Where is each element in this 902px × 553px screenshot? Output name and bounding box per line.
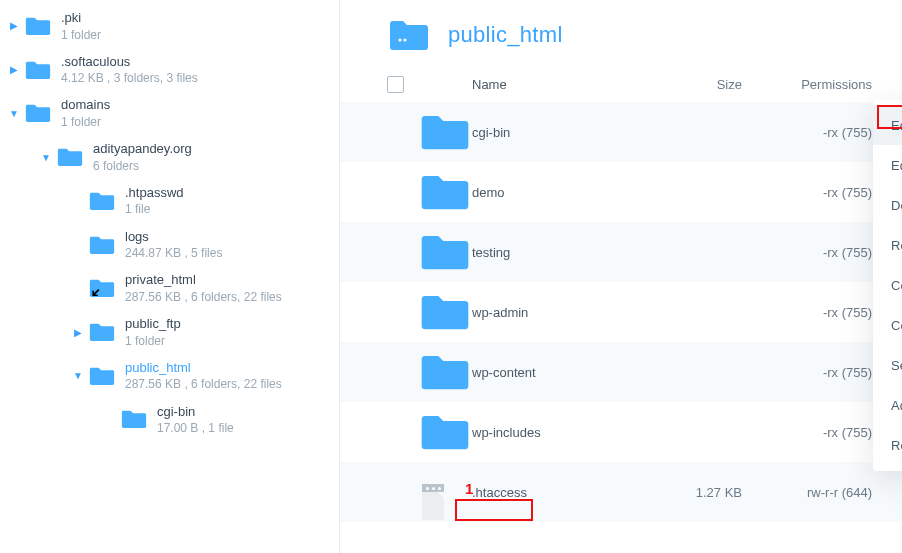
folder-icon — [89, 277, 115, 299]
tree-item-meta: 244.87 KB , 5 files — [125, 245, 222, 261]
tree-item-meta: 287.56 KB , 6 folders, 22 files — [125, 376, 282, 392]
table-row[interactable]: cgi-bin-rx (755) — [340, 102, 902, 162]
tree-item-name: adityapandey.org — [93, 140, 192, 158]
main-panel: public_html Name Size Permissions cgi-bi… — [340, 0, 902, 553]
table-row[interactable]: wp-content-rx (755) — [340, 342, 902, 402]
file-perm: -rx (755) — [742, 125, 882, 140]
expand-toggle-icon[interactable]: ▶ — [10, 66, 18, 74]
context-menu-item[interactable]: Set Permissions — [873, 345, 902, 385]
tree-item[interactable]: .htpasswd1 file — [0, 179, 339, 223]
file-name[interactable]: wp-content — [470, 365, 622, 380]
file-name[interactable]: .htaccess — [470, 485, 622, 500]
file-perm: rw-r-r (644) — [742, 485, 882, 500]
col-header-size[interactable]: Size — [622, 77, 742, 92]
tree-item[interactable]: logs244.87 KB , 5 files — [0, 223, 339, 267]
breadcrumb-title: public_html — [448, 22, 563, 48]
svg-point-1 — [403, 38, 406, 41]
expand-toggle-icon[interactable]: ▼ — [10, 109, 18, 117]
tree-item[interactable]: private_html287.56 KB , 6 folders, 22 fi… — [0, 266, 339, 310]
file-name[interactable]: wp-includes — [470, 425, 622, 440]
folder-tree: ▶.pki1 folder▶.softaculous4.12 KB , 3 fo… — [0, 4, 339, 441]
tree-item-meta: 1 folder — [61, 27, 101, 43]
col-header-name[interactable]: Name — [470, 77, 622, 92]
context-menu-item[interactable]: Copy — [873, 265, 902, 305]
tree-item-meta: 287.56 KB , 6 folders, 22 files — [125, 289, 282, 305]
file-name[interactable]: wp-admin — [470, 305, 622, 320]
select-all-checkbox[interactable] — [387, 76, 404, 93]
file-perm: -rx (755) — [742, 245, 882, 260]
expand-toggle-icon[interactable]: ▼ — [42, 153, 50, 161]
tree-item-meta: 1 folder — [61, 114, 110, 130]
folder-icon — [420, 291, 470, 333]
tree-item[interactable]: ▶.pki1 folder — [0, 4, 339, 48]
table-row[interactable]: wp-admin-rx (755) — [340, 282, 902, 342]
svg-point-0 — [398, 38, 401, 41]
file-name[interactable]: cgi-bin — [470, 125, 622, 140]
folder-icon — [121, 408, 147, 430]
tree-item-meta: 17.00 B , 1 file — [157, 420, 234, 436]
tree-item[interactable]: ▼public_html287.56 KB , 6 folders, 22 fi… — [0, 354, 339, 398]
col-header-perm[interactable]: Permissions — [742, 77, 882, 92]
tree-item-name: .softaculous — [61, 53, 198, 71]
context-menu-item[interactable]: Remove — [873, 425, 902, 465]
context-menu-item[interactable]: Add to archive — [873, 385, 902, 425]
folder-icon — [89, 234, 115, 256]
folder-icon — [89, 190, 115, 212]
folder-icon — [420, 411, 470, 453]
table-row[interactable]: wp-includes-rx (755) — [340, 402, 902, 462]
annotation-label-1: 1 — [465, 480, 473, 497]
folder-icon — [25, 102, 51, 124]
tree-item-name: public_ftp — [125, 315, 181, 333]
tree-item-meta: 4.12 KB , 3 folders, 3 files — [61, 70, 198, 86]
parent-folder-icon[interactable] — [388, 18, 430, 52]
folder-icon — [89, 365, 115, 387]
folder-icon — [420, 171, 470, 213]
table-row[interactable]: demo-rx (755) — [340, 162, 902, 222]
expand-toggle-icon[interactable]: ▼ — [74, 372, 82, 380]
tree-item-meta: 6 folders — [93, 158, 192, 174]
tree-item-meta: 1 file — [125, 201, 184, 217]
table-header: Name Size Permissions — [340, 66, 902, 102]
expand-toggle-icon[interactable]: ▶ — [10, 22, 18, 30]
folder-icon — [25, 59, 51, 81]
tree-item-name: private_html — [125, 271, 282, 289]
file-perm: -rx (755) — [742, 425, 882, 440]
main-header: public_html — [340, 0, 902, 66]
context-menu-item[interactable]: Copy/Move to… — [873, 305, 902, 345]
context-menu-item[interactable]: Download — [873, 185, 902, 225]
file-name[interactable]: demo — [470, 185, 622, 200]
file-perm: -rx (755) — [742, 365, 882, 380]
tree-item[interactable]: ▼adityapandey.org6 folders — [0, 135, 339, 179]
tree-item[interactable]: cgi-bin17.00 B , 1 file — [0, 398, 339, 442]
folder-icon — [420, 231, 470, 273]
tree-item[interactable]: ▶public_ftp1 folder — [0, 310, 339, 354]
tree-item-name: domains — [61, 96, 110, 114]
tree-item-meta: 1 folder — [125, 333, 181, 349]
file-table: Name Size Permissions cgi-bin-rx (755)de… — [340, 66, 902, 522]
folder-icon — [57, 146, 83, 168]
folder-icon — [420, 351, 470, 393]
context-menu-item[interactable]: Edit in new tab — [873, 145, 902, 185]
context-menu-item[interactable]: Edit — [873, 105, 902, 145]
tree-item-name: logs — [125, 228, 222, 246]
tree-item-name: public_html — [125, 359, 282, 377]
expand-toggle-icon[interactable]: ▶ — [74, 328, 82, 336]
table-row[interactable]: testing-rx (755) — [340, 222, 902, 282]
context-menu: EditEdit in new tabDownloadRenameCopyCop… — [873, 100, 902, 471]
tree-item[interactable]: ▶.softaculous4.12 KB , 3 folders, 3 file… — [0, 48, 339, 92]
file-perm: -rx (755) — [742, 185, 882, 200]
sidebar: ▶.pki1 folder▶.softaculous4.12 KB , 3 fo… — [0, 0, 340, 553]
tree-item-name: .htpasswd — [125, 184, 184, 202]
tree-item[interactable]: ▼domains1 folder — [0, 91, 339, 135]
file-name[interactable]: testing — [470, 245, 622, 260]
tree-item-name: cgi-bin — [157, 403, 234, 421]
tree-item-name: .pki — [61, 9, 101, 27]
folder-icon — [420, 111, 470, 153]
file-size: 1.27 KB — [622, 485, 742, 500]
file-perm: -rx (755) — [742, 305, 882, 320]
table-row[interactable]: .htaccess1.27 KBrw-r-r (644) — [340, 462, 902, 522]
folder-icon — [25, 15, 51, 37]
folder-icon — [89, 321, 115, 343]
context-menu-item[interactable]: Rename — [873, 225, 902, 265]
